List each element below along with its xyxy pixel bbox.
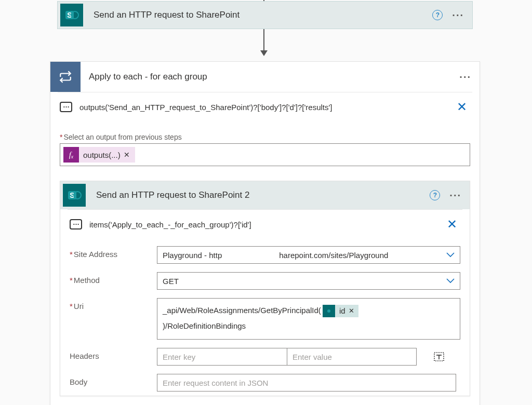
remove-pill-icon[interactable]: ✕: [124, 151, 130, 159]
headers-label: Headers: [70, 348, 157, 360]
action-card-apply-to-each: Apply to each - for each group ··· outpu…: [50, 61, 480, 405]
action-card-http1[interactable]: S Send an HTTP request to SharePoint ? ·…: [57, 1, 473, 29]
http2-header[interactable]: S Send an HTTP request to SharePoint 2 ?…: [60, 181, 470, 209]
more-menu-icon[interactable]: ···: [452, 9, 464, 21]
peek-expression-text-http2: items('Apply_to_each_-_for_each_group')?…: [89, 220, 444, 229]
sharepoint-icon: S: [63, 184, 86, 207]
header-value-input[interactable]: Enter value: [287, 348, 417, 366]
row-uri: *Uri _api/Web/RoleAssignments/GetByPrinc…: [60, 294, 470, 344]
remove-token-icon[interactable]: ✕: [349, 304, 354, 318]
uri-input[interactable]: _api/Web/RoleAssignments/GetByPrincipalI…: [157, 298, 460, 340]
close-icon[interactable]: ✕: [444, 217, 460, 232]
sharepoint-mini-icon: [323, 305, 335, 317]
chevron-down-icon: [446, 276, 455, 286]
dynamic-token-id[interactable]: id ✕: [323, 305, 358, 317]
close-icon[interactable]: ✕: [454, 100, 470, 114]
help-icon[interactable]: ?: [430, 190, 440, 200]
apply-to-each-title: Apply to each - for each group: [89, 72, 459, 82]
loop-icon: [50, 62, 81, 92]
expression-pill[interactable]: fx outputs(...) ✕: [63, 147, 135, 163]
http1-title: Send an HTTP request to SharePoint: [94, 10, 432, 20]
http2-title: Send an HTTP request to SharePoint 2: [96, 190, 430, 200]
peek-expression-row: outputs('Send_an_HTTP_request_to_SharePo…: [50, 92, 480, 119]
method-label: *Method: [70, 272, 157, 285]
fx-icon: fx: [63, 147, 79, 163]
row-body: Body Enter request content in JSON: [60, 370, 470, 396]
apply-to-each-header[interactable]: Apply to each - for each group ···: [50, 62, 480, 92]
token-label: id: [339, 303, 345, 319]
uri-label: *Uri: [70, 298, 157, 310]
expression-pill-text: outputs(...): [83, 151, 121, 159]
site-address-label: *Site Address: [70, 246, 157, 259]
body-input[interactable]: Enter request content in JSON: [157, 374, 456, 392]
help-icon[interactable]: ?: [432, 10, 443, 20]
expression-icon: [70, 219, 82, 230]
more-menu-icon[interactable]: ···: [459, 71, 471, 83]
header-key-input[interactable]: Enter key: [157, 348, 287, 366]
more-menu-icon[interactable]: ···: [449, 190, 461, 201]
site-address-dropdown[interactable]: Playground - http harepoint.com/sites/Pl…: [157, 246, 460, 264]
switch-to-text-mode-button[interactable]: [433, 351, 445, 362]
row-site-address: *Site Address Playground - http harepoin…: [60, 242, 470, 268]
body-label: Body: [70, 374, 157, 386]
chevron-down-icon: [446, 250, 455, 260]
uri-text-prefix: _api/Web/RoleAssignments/GetByPrincipalI…: [163, 306, 321, 315]
peek-expression-row-http2: items('Apply_to_each_-_for_each_group')?…: [60, 210, 470, 237]
uri-text-suffix: )/RoleDefinitionBindings: [163, 321, 246, 330]
flow-arrow-icon: [263, 29, 264, 55]
sharepoint-icon: S: [60, 4, 83, 26]
select-output-input[interactable]: fx outputs(...) ✕: [60, 143, 470, 166]
expression-icon: [60, 102, 72, 112]
method-dropdown[interactable]: GET: [157, 272, 460, 290]
row-method: *Method GET: [60, 268, 470, 294]
action-card-http2: S Send an HTTP request to SharePoint 2 ?…: [60, 181, 470, 396]
peek-expression-text: outputs('Send_an_HTTP_request_to_SharePo…: [79, 103, 454, 112]
row-headers: Headers Enter key Enter value: [60, 344, 470, 370]
select-output-label: *Select an output from previous steps: [60, 133, 480, 141]
